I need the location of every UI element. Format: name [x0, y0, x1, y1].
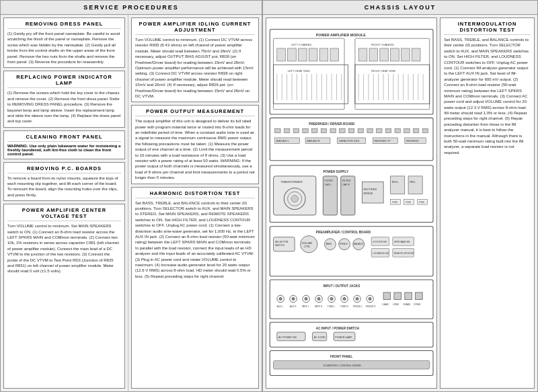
replacing-power-indicator-section: REPLACING POWER INDICATOR LAMP (1) Remov…: [3, 71, 125, 127]
svg-text:AC POWER SW: AC POWER SW: [278, 336, 297, 339]
svg-rect-155: [394, 292, 401, 300]
svg-point-133: [292, 297, 295, 300]
removing-pc-boards-title: REMOVING P.C. BOARDS: [7, 165, 121, 173]
svg-text:CTRL: CTRL: [304, 245, 311, 248]
svg-text:R REM: R REM: [414, 303, 421, 306]
svg-rect-59: [340, 128, 345, 132]
svg-text:POWER AMPLIFIER MODULE: POWER AMPLIFIER MODULE: [316, 33, 366, 37]
svg-text:R835/R836: R835/R836: [406, 140, 419, 143]
svg-rect-8: [298, 48, 307, 61]
svg-point-139: [317, 297, 320, 300]
svg-rect-16: [401, 48, 410, 61]
svg-rect-64: [385, 128, 391, 132]
chassis-svg: POWER AMPLIFIER MODULE LEFT CHANNEL RIGH…: [266, 18, 436, 388]
svg-text:TAPE L: TAPE L: [302, 305, 309, 308]
svg-rect-13: [369, 48, 378, 61]
service-procedures-header: SERVICE PROCEDURES: [1, 1, 262, 15]
svg-text:VU METERS / CONTROL KNOBS: VU METERS / CONTROL KNOBS: [323, 364, 361, 367]
replacing-power-indicator-title: REPLACING POWER INDICATOR LAMP: [7, 74, 121, 88]
svg-text:CAP R: CAP R: [342, 184, 350, 186]
svg-text:FILTER: FILTER: [325, 180, 334, 182]
svg-point-145: [343, 297, 346, 300]
svg-text:AC CORD: AC CORD: [314, 336, 325, 339]
svg-text:PHONO R: PHONO R: [366, 305, 376, 308]
svg-text:FUSE: FUSE: [419, 201, 424, 204]
svg-text:TUNR L: TUNR L: [328, 305, 336, 308]
svg-point-130: [279, 297, 282, 300]
removing-pc-boards-section: REMOVING P.C. BOARDS To remove a board f…: [3, 162, 125, 202]
removing-dress-panel-title: REMOVING DRESS PANEL: [7, 21, 121, 29]
svg-text:POWER LAMP: POWER LAMP: [335, 336, 352, 339]
svg-rect-153: [383, 292, 391, 300]
svg-text:R825/R831 TP: R825/R831 TP: [374, 140, 391, 143]
svg-text:HI FILTER SW: HI FILTER SW: [373, 241, 387, 243]
svg-text:SPKR MAIN SW: SPKR MAIN SW: [394, 241, 410, 243]
svg-text:LOUDNESS SW: LOUDNESS SW: [373, 252, 388, 255]
power-amp-idling-title: POWER AMPLIFIER IDLING CURRENT ADJUSTMEN…: [135, 21, 255, 35]
power-amp-center-title: POWER AMPLIFIER CENTER VOLTAGE TEST: [7, 207, 121, 221]
svg-rect-61: [358, 128, 363, 132]
svg-rect-53: [284, 128, 289, 132]
svg-point-148: [356, 297, 358, 300]
svg-rect-52: [275, 128, 280, 132]
replacing-power-indicator-text: (1) Remove the screws which hold the top…: [7, 90, 121, 124]
svg-rect-18: [274, 65, 348, 104]
svg-rect-95: [391, 176, 405, 194]
svg-rect-57: [321, 128, 326, 132]
svg-text:L MAIN: L MAIN: [382, 303, 389, 306]
svg-text:TRANSFORMER: TRANSFORMER: [280, 180, 303, 184]
svg-text:RIGHT HEAT SINK: RIGHT HEAT SINK: [371, 69, 395, 73]
svg-text:FUSE: FUSE: [406, 201, 411, 204]
svg-text:VOLUME: VOLUME: [302, 242, 313, 245]
power-amp-center-text: Turn VOLUME control to minimum. Set MAIN…: [7, 223, 121, 274]
cleaning-front-panel-section: CLEANING FRONT PANEL WARNING: Use only p…: [3, 130, 125, 159]
svg-text:FUSE: FUSE: [392, 201, 397, 204]
svg-text:BIAS ADJ L: BIAS ADJ L: [276, 140, 289, 143]
svg-text:R MAIN: R MAIN: [404, 303, 410, 306]
svg-text:CAPACITOR C801: CAPACITOR C801: [339, 140, 360, 143]
svg-text:PHONO L: PHONO L: [353, 305, 362, 308]
removing-dress-panel-text: (1) Gently pry off the front panel namep…: [7, 31, 121, 65]
harmonic-distortion-title: HARMONIC DISTORTION TEST: [135, 190, 255, 198]
power-output-text: The output amplifier of this unit is des…: [135, 118, 255, 180]
svg-text:TUNR R: TUNR R: [340, 305, 349, 308]
svg-text:POWER SUPPLY: POWER SUPPLY: [323, 170, 349, 173]
svg-text:LEFT HEAT SINK: LEFT HEAT SINK: [288, 69, 310, 73]
svg-text:BRIDGE: BRIDGE: [364, 192, 374, 195]
service-left-column: REMOVING DRESS PANEL (1) Gently pry off …: [1, 15, 128, 391]
svg-text:AC INPUT / POWER SWITCH: AC INPUT / POWER SWITCH: [316, 327, 360, 330]
harmonic-distortion-section: HARMONIC DISTORTION TEST Set BASS, TREBL…: [131, 187, 259, 389]
svg-rect-7: [288, 48, 297, 61]
svg-point-136: [305, 297, 307, 300]
chassis-diagram: POWER AMPLIFIER MODULE LEFT CHANNEL RIGH…: [266, 17, 437, 389]
svg-rect-66: [404, 128, 410, 132]
svg-rect-60: [348, 128, 354, 132]
svg-text:PREAMPLIFIER / CONTROL BOARD: PREAMPLIFIER / CONTROL BOARD: [316, 231, 371, 234]
svg-rect-11: [330, 48, 339, 61]
svg-rect-10: [319, 48, 328, 61]
svg-text:BASS: BASS: [326, 243, 332, 245]
svg-text:SWITCH: SWITCH: [275, 244, 285, 247]
svg-point-142: [330, 297, 333, 300]
svg-text:FRONT PANEL: FRONT PANEL: [330, 355, 352, 358]
svg-rect-97: [408, 176, 422, 194]
svg-rect-63: [377, 128, 382, 132]
svg-rect-17: [412, 48, 420, 61]
svg-text:SELECTOR: SELECTOR: [275, 241, 289, 243]
power-output-section: POWER OUTPUT MEASUREMENT The output ampl…: [131, 105, 259, 184]
svg-rect-58: [330, 128, 336, 132]
svg-text:TREBLE: TREBLE: [340, 243, 348, 245]
cleaning-front-panel-title: CLEANING FRONT PANEL: [7, 134, 121, 142]
svg-rect-14: [380, 48, 389, 61]
chassis-layout-header: CHASSIS LAYOUT: [263, 1, 537, 15]
svg-text:BALANCE: BALANCE: [354, 243, 364, 245]
service-procedures-panel: SERVICE PROCEDURES REMOVING DRESS PANEL …: [0, 0, 262, 392]
svg-rect-62: [367, 128, 373, 132]
chassis-right-column: INTERMODULATION DISTORTION TEST Set BASS…: [440, 17, 535, 389]
svg-text:INPUT / OUTPUT JACKS: INPUT / OUTPUT JACKS: [323, 284, 360, 288]
svg-text:CAP L: CAP L: [325, 184, 332, 186]
svg-text:L REM: L REM: [393, 303, 399, 306]
svg-text:BIAS ADJ R: BIAS ADJ R: [307, 140, 320, 143]
svg-rect-55: [303, 128, 308, 132]
power-amp-idling-text: Turn VOLUME control to minimum. (1) Conn…: [135, 37, 255, 99]
